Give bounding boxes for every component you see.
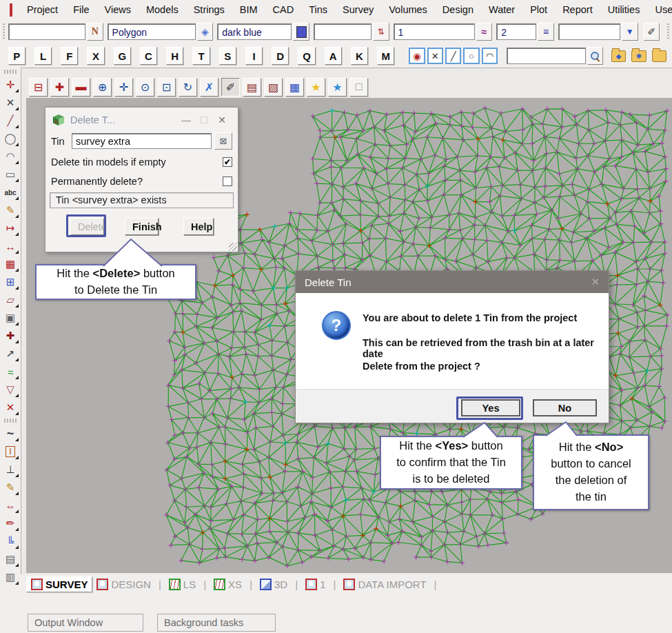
style-input[interactable] xyxy=(496,23,536,40)
folder-models-icon[interactable]: ◆ xyxy=(611,50,626,62)
create-polygon-icon[interactable]: ▱ xyxy=(2,291,19,309)
resize-grip[interactable] xyxy=(229,243,237,251)
mode-button-s[interactable]: S xyxy=(219,47,236,65)
search-icon[interactable] xyxy=(587,47,603,65)
cursor-snap-icon[interactable]: ✕ xyxy=(427,48,443,64)
create-rectangle-icon[interactable]: ▭ xyxy=(2,165,19,183)
menu-views[interactable]: Views xyxy=(97,4,139,15)
profile-icon[interactable]: ↗ xyxy=(2,345,19,363)
menu-water[interactable]: Water xyxy=(481,4,522,15)
mode-button-d[interactable]: D xyxy=(272,47,289,65)
z-value-input[interactable] xyxy=(314,23,371,40)
string-colours-icon[interactable]: ≈ xyxy=(2,363,19,381)
toolbar-grip[interactable] xyxy=(2,23,6,40)
create-point-icon[interactable]: ✛ xyxy=(2,76,19,94)
mirror-icon[interactable]: ⇔ xyxy=(2,496,19,514)
layers-icon[interactable]: ◈ xyxy=(197,23,214,41)
delete-point-icon[interactable]: ✕ xyxy=(2,399,19,416)
mode-button-t[interactable]: T xyxy=(192,47,210,65)
mode-button-h[interactable]: H xyxy=(166,47,183,65)
point-snap-icon[interactable]: ◉ xyxy=(409,48,425,64)
dialog-close-icon[interactable]: ✕ xyxy=(591,276,600,288)
draw-pencil-icon[interactable]: ✏ xyxy=(2,514,19,532)
mode-button-c[interactable]: C xyxy=(140,47,157,65)
theodolite-icon[interactable]: ⊥ xyxy=(2,461,19,479)
tinable-input[interactable] xyxy=(558,23,620,40)
mode-button-i[interactable]: I xyxy=(245,47,263,65)
menu-bim[interactable]: BIM xyxy=(232,4,265,15)
arc-snap-icon[interactable]: ◠ xyxy=(482,48,498,64)
close-icon[interactable]: ✕ xyxy=(213,114,231,125)
plot-frame-icon[interactable]: ▥ xyxy=(2,568,19,586)
tab-data-import[interactable]: DATA IMPORT xyxy=(339,577,430,592)
background-tasks-panel[interactable]: Background tasks xyxy=(157,614,276,632)
zoom-out-icon[interactable]: ▬ xyxy=(72,78,90,97)
menu-report[interactable]: Report xyxy=(555,4,600,15)
menu-survey[interactable]: Survey xyxy=(335,4,381,15)
insert-image-icon[interactable]: ▣ xyxy=(2,309,19,327)
edit-notes-icon[interactable]: ✎ xyxy=(2,479,19,496)
mode-button-x[interactable]: X xyxy=(87,47,104,65)
zoom-extents-icon[interactable]: ⊕ xyxy=(93,78,112,97)
help-button[interactable]: Help xyxy=(183,218,214,235)
colour-swatch-button[interactable] xyxy=(293,23,309,41)
view-menu-icon[interactable]: ⊟ xyxy=(29,78,48,97)
panel-title-bar[interactable]: 12 Delete T... — ✕ xyxy=(45,108,238,132)
tab-1[interactable]: 1 xyxy=(301,577,329,592)
minimize-icon[interactable]: — xyxy=(177,114,195,125)
toolbar-grip[interactable] xyxy=(666,23,670,40)
create-arc-icon[interactable]: ◠ xyxy=(2,148,19,165)
measure-icon[interactable]: ↔ xyxy=(2,237,19,255)
mode-button-g[interactable]: G xyxy=(114,47,131,65)
interface-text-icon[interactable]: I xyxy=(2,443,19,461)
create-circle-icon[interactable]: ◯ xyxy=(2,130,19,148)
line-style-icon[interactable]: ≡ xyxy=(538,23,554,41)
mode-button-m[interactable]: M xyxy=(377,47,394,65)
zoom-in-icon[interactable]: ✚ xyxy=(50,78,69,97)
sidebar-grip[interactable] xyxy=(4,419,17,423)
dialog-title-bar[interactable]: Delete Tin ✕ xyxy=(296,271,609,293)
tab-xs[interactable]: XS xyxy=(210,577,246,592)
extra-view-icon[interactable]: □ xyxy=(349,78,368,97)
mode-button-p[interactable]: P xyxy=(8,47,26,65)
plot-sheet-icon[interactable]: ▤ xyxy=(2,550,19,568)
zoom-scale-icon[interactable]: ⊙ xyxy=(136,78,154,97)
line-snap-icon[interactable]: ╱ xyxy=(445,48,461,64)
line-weight-icon[interactable]: ≈ xyxy=(476,23,493,41)
favourites-blue-icon[interactable]: ★ xyxy=(328,78,347,97)
delete-models-checkbox[interactable]: ✔ xyxy=(223,157,232,167)
menu-models[interactable]: Models xyxy=(139,4,186,15)
create-line-icon[interactable]: ╱ xyxy=(2,112,19,130)
favourites-yellow-icon[interactable]: ★ xyxy=(307,78,325,97)
tab-design[interactable]: DESIGN xyxy=(92,577,155,592)
menu-design[interactable]: Design xyxy=(435,4,481,15)
redraw-icon[interactable]: ↻ xyxy=(179,78,197,97)
menu-cad[interactable]: CAD xyxy=(265,4,302,15)
shield-string-icon[interactable]: ▽ xyxy=(2,381,19,399)
create-text-icon[interactable]: abc xyxy=(2,183,19,201)
clean-brush-icon[interactable]: ✐ xyxy=(221,78,240,97)
crossing-strings-icon[interactable]: ✕ xyxy=(2,94,19,112)
cad-text-input[interactable] xyxy=(8,23,85,40)
circle-snap-icon[interactable]: ○ xyxy=(463,48,479,64)
mode-button-q[interactable]: Q xyxy=(298,47,315,65)
tab-survey[interactable]: SURVEY xyxy=(26,576,92,592)
tin-input[interactable] xyxy=(72,133,212,149)
pick-pen-icon[interactable]: ✐ xyxy=(644,23,660,41)
tin-pick-icon[interactable]: ⊠ xyxy=(214,132,232,150)
view-grid-icon[interactable]: ▦ xyxy=(285,78,304,97)
menu-tins[interactable]: Tins xyxy=(301,4,335,15)
weight-input[interactable] xyxy=(394,23,475,40)
freehand-icon[interactable]: ~ xyxy=(2,425,19,443)
menu-plot[interactable]: Plot xyxy=(522,4,555,15)
menu-volumes[interactable]: Volumes xyxy=(381,4,435,15)
folder-extra-icon[interactable] xyxy=(652,50,666,62)
string-type-input[interactable] xyxy=(108,23,196,40)
grid-icon[interactable]: ▦ xyxy=(2,255,19,273)
edit-brush-icon[interactable]: ✎ xyxy=(2,201,19,219)
mode-button-k[interactable]: K xyxy=(351,47,368,65)
folder-utilities-icon[interactable]: ✱ xyxy=(631,50,646,62)
move-icon[interactable]: ✚ xyxy=(2,327,19,345)
menu-user[interactable]: User xyxy=(647,4,672,15)
no-button[interactable]: No xyxy=(533,399,597,416)
